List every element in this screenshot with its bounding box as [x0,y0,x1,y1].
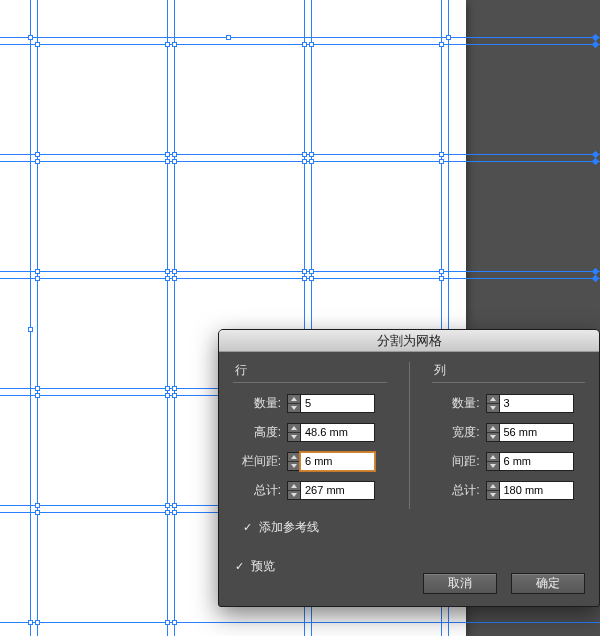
rows-total-stepper[interactable] [287,481,375,500]
step-up-icon[interactable] [288,453,300,462]
dialog-title: 分割为网格 [377,332,442,350]
step-down-icon[interactable] [288,491,300,499]
ok-button[interactable]: 确定 [511,573,585,594]
rows-count-stepper[interactable] [287,394,375,413]
step-down-icon[interactable] [487,433,499,441]
step-down-icon[interactable] [288,433,300,441]
rows-count-input[interactable] [300,394,375,413]
cancel-button-label: 取消 [448,575,472,592]
step-down-icon[interactable] [487,462,499,470]
guide-endpoint[interactable] [592,158,599,165]
step-up-icon[interactable] [288,395,300,404]
rows-gutter-stepper[interactable] [287,452,375,471]
step-down-icon[interactable] [288,462,300,470]
add-guides-checkbox[interactable]: ✓ 添加参考线 [241,519,585,536]
cols-total-stepper[interactable] [486,481,574,500]
rows-group-title: 行 [233,362,387,383]
preview-label: 预览 [251,558,275,575]
guide-endpoint[interactable] [592,275,599,282]
cols-total-input[interactable] [499,481,574,500]
rows-gutter-input[interactable] [300,452,375,471]
step-down-icon[interactable] [487,491,499,499]
rows-total-label: 总计: [233,482,281,499]
rows-count-label: 数量: [233,395,281,412]
step-up-icon[interactable] [487,395,499,404]
rows-height-label: 高度: [233,424,281,441]
step-up-icon[interactable] [487,424,499,433]
cols-width-stepper[interactable] [486,423,574,442]
cols-gutter-stepper[interactable] [486,452,574,471]
rows-gutter-label: 栏间距: [233,453,281,470]
guide-endpoint[interactable] [592,34,599,41]
cols-count-label: 数量: [432,395,480,412]
group-separator [409,362,410,509]
rows-total-input[interactable] [300,481,375,500]
step-up-icon[interactable] [487,482,499,491]
guide-endpoint[interactable] [592,268,599,275]
cols-gutter-input[interactable] [499,452,574,471]
checkmark-icon: ✓ [241,522,253,534]
ok-button-label: 确定 [536,575,560,592]
checkmark-icon: ✓ [233,561,245,573]
step-up-icon[interactable] [288,482,300,491]
cols-width-label: 宽度: [432,424,480,441]
split-into-grid-dialog: 分割为网格 行 数量: 高度: [218,329,600,607]
step-up-icon[interactable] [288,424,300,433]
cols-count-input[interactable] [499,394,574,413]
cols-group-title: 列 [432,362,586,383]
cancel-button[interactable]: 取消 [423,573,497,594]
guide-endpoint[interactable] [592,151,599,158]
cols-count-stepper[interactable] [486,394,574,413]
step-down-icon[interactable] [288,404,300,412]
step-down-icon[interactable] [487,404,499,412]
step-up-icon[interactable] [487,453,499,462]
rows-group: 行 数量: 高度: [233,362,387,509]
add-guides-label: 添加参考线 [259,519,319,536]
cols-width-input[interactable] [499,423,574,442]
cols-total-label: 总计: [432,482,480,499]
cols-gutter-label: 间距: [432,453,480,470]
guide-endpoint[interactable] [592,41,599,48]
dialog-titlebar[interactable]: 分割为网格 [219,330,599,352]
rows-height-stepper[interactable] [287,423,375,442]
rows-height-input[interactable] [300,423,375,442]
cols-group: 列 数量: 宽度: [432,362,586,509]
